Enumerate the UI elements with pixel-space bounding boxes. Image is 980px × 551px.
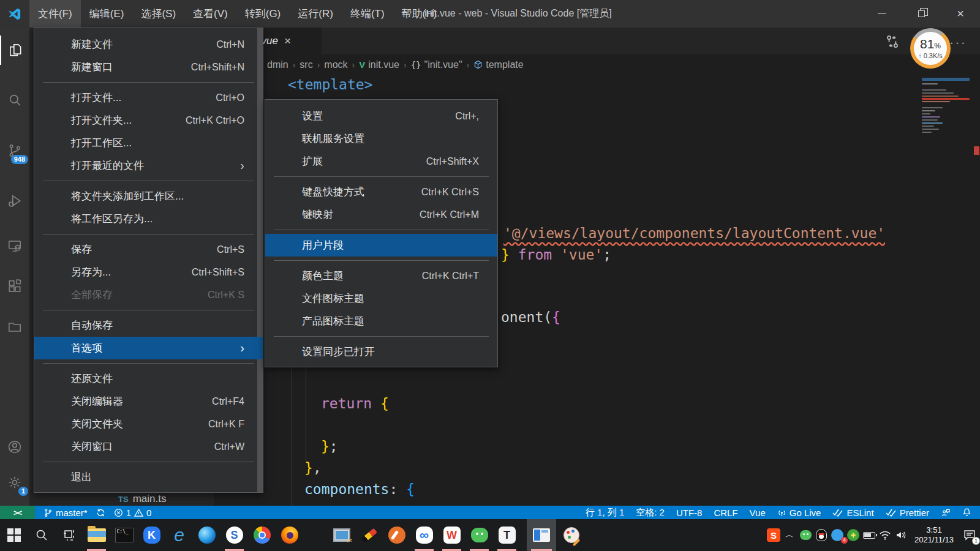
menu-item[interactable]: 颜色主题Ctrl+K Ctrl+T	[265, 264, 497, 287]
notifications-bell[interactable]	[962, 508, 971, 517]
tab-close-icon[interactable]: ×	[284, 34, 291, 48]
indentation[interactable]: 空格: 2	[636, 507, 665, 519]
activity-run-and-debug-icon[interactable]	[0, 186, 29, 216]
feedback-button[interactable]	[941, 508, 951, 517]
taskbar-paint-tool[interactable]	[557, 519, 585, 551]
taskbar-internet-explorer[interactable]: e	[165, 519, 193, 551]
sync-button[interactable]	[96, 508, 105, 517]
taskbar-task-view[interactable]	[55, 519, 83, 551]
menu-item[interactable]: 将文件夹添加到工作区...	[34, 185, 263, 208]
taskbar-wechat[interactable]	[466, 519, 493, 551]
menu-item[interactable]: 扩展Ctrl+Shift+X	[265, 150, 497, 173]
branch-item[interactable]: master*	[43, 508, 88, 518]
editor-scrollbar[interactable]	[970, 78, 980, 506]
menu-item[interactable]: 关闭编辑器Ctrl+F4	[34, 390, 263, 413]
tray-expand-chevron[interactable]: ︿	[782, 519, 797, 551]
minimize-button[interactable]	[862, 0, 902, 28]
menu-item[interactable]: 另存为...Ctrl+Shift+S	[34, 261, 263, 283]
menu-item[interactable]: 自动保存	[34, 314, 263, 337]
battery-icon[interactable]	[861, 519, 877, 551]
menu-item[interactable]: 打开文件...Ctrl+O	[34, 86, 263, 109]
menu-item[interactable]: 退出	[34, 466, 263, 489]
menu-item[interactable]: 产品图标主题	[265, 310, 497, 332]
eslint[interactable]: ESLint	[832, 508, 873, 518]
menu-item[interactable]: 保存Ctrl+S	[34, 238, 263, 261]
menu-item[interactable]: 设置同步已打开	[265, 340, 497, 363]
taskbar-wps-office[interactable]: W	[438, 519, 466, 551]
taskbar-clock[interactable]: 3:51 2021/11/13	[909, 525, 959, 545]
wechat-tray-icon[interactable]	[797, 519, 813, 551]
menu-item[interactable]: 打开工作区...	[34, 132, 263, 154]
menu-item[interactable]: 将工作区另存为...	[34, 208, 263, 230]
menu-item[interactable]: 关闭窗口Ctrl+W	[34, 435, 263, 458]
menu-item[interactable]: 打开最近的文件›	[34, 154, 263, 177]
go-live[interactable]: Go Live	[777, 508, 821, 518]
activity-remote-explorer-icon[interactable]	[0, 231, 29, 261]
wifi-icon[interactable]	[877, 519, 893, 551]
taskbar-k-app[interactable]: K	[138, 519, 165, 551]
activity-search-icon[interactable]	[0, 86, 29, 115]
qq-tray-icon[interactable]	[813, 519, 829, 551]
activity-accounts-icon[interactable]	[0, 432, 29, 462]
menubar-item[interactable]: 查看(V)	[184, 0, 236, 28]
eol[interactable]: CRLF	[714, 508, 737, 518]
language-mode[interactable]: Vue	[750, 508, 766, 518]
security-360-tray-icon[interactable]: +	[845, 519, 861, 551]
breadcrumb-item[interactable]: template	[473, 59, 523, 70]
taskbar-command-prompt[interactable]: C:\_	[110, 519, 138, 551]
taskbar-file-explorer[interactable]	[83, 519, 110, 551]
restore-button[interactable]	[902, 0, 941, 28]
sogou-input-tray[interactable]: S	[766, 519, 782, 551]
taskbar-screenshot-tool[interactable]: ✂	[328, 519, 355, 551]
encoding[interactable]: UTF-8	[676, 508, 703, 518]
tim-tray-icon[interactable]: 4	[829, 519, 845, 551]
taskbar-active-window[interactable]	[527, 519, 556, 551]
menu-item[interactable]: 打开文件夹...Ctrl+K Ctrl+O	[34, 109, 263, 132]
menubar-item[interactable]: 运行(R)	[289, 0, 342, 28]
menu-item[interactable]: 首选项›	[34, 337, 263, 359]
activity-extensions-icon[interactable]	[0, 272, 29, 301]
taskbar-wrench-tool[interactable]	[383, 519, 410, 551]
prettier[interactable]: Prettier	[886, 508, 929, 518]
menu-item[interactable]: 键映射Ctrl+K Ctrl+M	[265, 203, 497, 226]
taskbar-marker-pen-tool[interactable]	[355, 519, 383, 551]
menu-item[interactable]: 键盘快捷方式Ctrl+K Ctrl+S	[265, 181, 497, 203]
sidebar-file-main-ts[interactable]: TS main.ts	[118, 493, 166, 505]
taskbar-start-button[interactable]	[0, 519, 28, 551]
menubar-item[interactable]: 文件(F)	[29, 0, 81, 28]
activity-settings-icon[interactable]: 1	[0, 468, 29, 497]
breadcrumb-item[interactable]: src	[300, 59, 312, 70]
close-button[interactable]: ×	[941, 0, 980, 28]
menu-item[interactable]: 联机服务设置	[265, 127, 497, 150]
menubar-item[interactable]: 转到(G)	[236, 0, 290, 28]
breadcrumb-item[interactable]: {}"init.vue"	[411, 59, 462, 70]
taskbar-dingtalk[interactable]: ∞	[410, 519, 438, 551]
activity-explorer-icon[interactable]	[0, 36, 29, 65]
taskbar-edge-browser[interactable]	[193, 519, 221, 551]
action-center-button[interactable]: 1	[959, 519, 980, 551]
taskbar-s-browser[interactable]: S	[221, 519, 248, 551]
breadcrumb-item[interactable]: mock	[324, 59, 347, 70]
speed-percent-widget[interactable]: 81% ↑ 0.3K/s	[910, 28, 951, 69]
more-actions-icon[interactable]: ···	[949, 35, 967, 51]
menu-item[interactable]: 用户片段	[265, 234, 497, 257]
remote-indicator[interactable]: ><	[0, 506, 35, 519]
volume-icon[interactable]	[893, 519, 909, 551]
activity-source-control-icon[interactable]: 948	[0, 136, 29, 165]
menubar-item[interactable]: 选择(S)	[132, 0, 184, 28]
menu-item[interactable]: 新建文件Ctrl+N	[34, 33, 263, 56]
minimap[interactable]	[922, 78, 970, 506]
problems-item[interactable]: 1 0	[114, 508, 152, 518]
taskbar-typora[interactable]: T	[493, 519, 521, 551]
taskbar-taskbar-search[interactable]	[28, 519, 55, 551]
menubar-item[interactable]: 终端(T)	[342, 0, 393, 28]
menubar-item[interactable]: 编辑(E)	[81, 0, 133, 28]
breadcrumb-item[interactable]: dmin	[267, 59, 288, 70]
menu-item[interactable]: 设置Ctrl+,	[265, 105, 497, 127]
compare-changes-icon[interactable]	[884, 34, 900, 50]
cursor-position[interactable]: 行 1, 列 1	[586, 507, 624, 519]
menu-item[interactable]: 还原文件	[34, 367, 263, 390]
breadcrumb-item[interactable]: Vinit.vue	[359, 59, 399, 70]
taskbar-chrome-browser[interactable]	[248, 519, 276, 551]
activity-project-folder-icon[interactable]	[0, 312, 29, 342]
